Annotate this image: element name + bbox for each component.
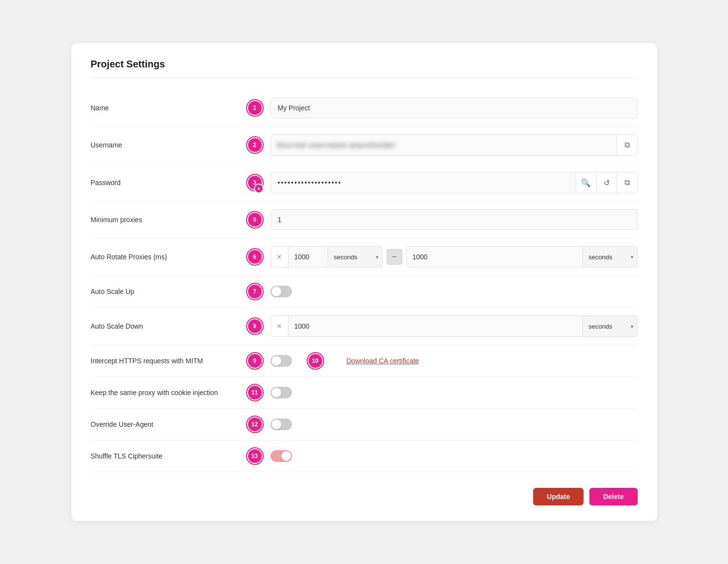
username-input[interactable] (271, 135, 617, 155)
content-shuffle-tls (270, 450, 638, 462)
toggle-intercept[interactable] (270, 355, 292, 367)
update-button[interactable]: Update (533, 488, 583, 505)
content-password: 🔍 ↺ ⧉ (270, 172, 638, 193)
badge-5: 5 (247, 212, 263, 228)
field-row-intercept: Intercept HTTPS requests with MITM 9 10 … (91, 345, 638, 377)
badge-11: 11 (247, 385, 263, 400)
rotate-close-btn-1[interactable]: ✕ (271, 247, 289, 267)
label-username: Username (91, 141, 247, 149)
toggle-wrap-cookie (270, 387, 292, 398)
toggle-knob-auto-scale-up (271, 287, 281, 296)
name-input[interactable] (270, 98, 638, 118)
content-min-proxies (270, 209, 638, 230)
field-row-auto-scale-down: Auto Scale Down 8 ✕ seconds milliseconds… (91, 308, 638, 345)
badge-13: 13 (247, 448, 263, 464)
rotate-value-2[interactable] (407, 247, 582, 267)
scale-down-input[interactable] (289, 316, 582, 336)
rotate-segment-1: ✕ seconds milliseconds minutes ▾ (270, 246, 383, 268)
field-row-name: Name 1 (91, 90, 638, 126)
badge-7: 7 (247, 284, 263, 299)
toggle-wrap-intercept (270, 355, 292, 367)
label-min-proxies: Minimum proxies (91, 216, 247, 224)
rotate-proxy-wrap: ✕ seconds milliseconds minutes ▾ − (270, 246, 638, 268)
password-search-button[interactable]: 🔍 (576, 172, 596, 193)
password-actions: 🔍 ↺ ⧉ (576, 172, 637, 193)
content-auto-scale-down: ✕ seconds milliseconds minutes ▾ (270, 315, 638, 337)
field-row-password: Password 3 4 🔍 ↺ ⧉ (91, 164, 638, 202)
toggle-wrap-shuffle-tls (270, 450, 292, 462)
badge-9: 9 (247, 353, 263, 369)
label-intercept: Intercept HTTPS requests with MITM (91, 357, 247, 365)
rotate-value-1[interactable] (289, 247, 328, 267)
toggle-knob-cookie (271, 388, 281, 397)
label-shuffle-tls: Shuffle TLS Ciphersuite (91, 452, 247, 460)
rotate-unit-wrap-1: seconds milliseconds minutes ▾ (328, 247, 382, 267)
toggle-auto-scale-up[interactable] (270, 286, 292, 297)
badge-1: 1 (247, 100, 263, 116)
content-user-agent (270, 418, 638, 430)
label-auto-rotate: Auto Rotate Proxies (ms) (91, 253, 247, 261)
toggle-knob-intercept (271, 356, 281, 366)
toggle-knob-shuffle-tls (281, 451, 291, 461)
badge-10: 10 (308, 353, 323, 369)
badge-4: 4 (254, 184, 264, 193)
password-field-wrap: 🔍 ↺ ⧉ (270, 172, 638, 193)
rotate-unit-select-2[interactable]: seconds milliseconds minutes (582, 247, 637, 267)
badge-2: 2 (247, 137, 263, 153)
content-auto-scale-up (270, 286, 638, 297)
field-row-username: Username 2 ⧉ (91, 126, 638, 164)
toggle-wrap-user-agent (270, 418, 292, 430)
content-intercept: 10 Download CA certificate (270, 353, 638, 369)
rotate-minus-button[interactable]: − (387, 249, 402, 265)
password-copy-button[interactable]: ⧉ (617, 172, 637, 193)
field-row-min-proxies: Minimum proxies 5 (91, 202, 638, 238)
scale-down-close-btn[interactable]: ✕ (271, 316, 289, 336)
label-auto-scale-up: Auto Scale Up (91, 288, 247, 295)
badge-6: 6 (247, 249, 263, 265)
field-row-auto-rotate: Auto Rotate Proxies (ms) 6 ✕ seconds mil… (91, 238, 638, 276)
content-auto-rotate: ✕ seconds milliseconds minutes ▾ − (270, 246, 638, 268)
delete-button[interactable]: Delete (589, 488, 637, 505)
toggle-cookie-injection[interactable] (270, 387, 292, 398)
label-password: Password (91, 179, 247, 187)
toggle-user-agent[interactable] (270, 418, 292, 430)
min-proxies-input[interactable] (270, 209, 638, 230)
content-cookie-injection (270, 387, 638, 398)
badge-8: 8 (247, 318, 263, 334)
password-refresh-button[interactable]: ↺ (596, 172, 617, 193)
badge-3: 3 4 (247, 175, 263, 190)
page-title: Project Settings (91, 59, 638, 78)
footer-actions: Update Delete (91, 476, 638, 505)
scale-down-unit-select[interactable]: seconds milliseconds minutes (583, 316, 637, 336)
scale-down-unit-wrap: seconds milliseconds minutes ▾ (582, 316, 637, 336)
field-row-auto-scale-up: Auto Scale Up 7 (91, 276, 638, 308)
username-copy-button[interactable]: ⧉ (617, 135, 637, 155)
rotate-unit-wrap-2: seconds milliseconds minutes ▾ (582, 247, 637, 267)
content-username: ⧉ (270, 134, 638, 156)
username-field-wrap: ⧉ (270, 134, 638, 156)
scale-down-wrap: ✕ seconds milliseconds minutes ▾ (270, 315, 638, 337)
label-user-agent: Override User-Agent (91, 420, 247, 428)
settings-card: Project Settings Name 1 Username 2 ⧉ Pas… (71, 43, 657, 521)
label-name: Name (91, 104, 247, 112)
toggle-shuffle-tls[interactable] (270, 450, 292, 462)
content-name (270, 98, 638, 118)
badge-12: 12 (247, 417, 263, 432)
toggle-wrap-auto-scale-up (270, 286, 292, 297)
toggle-knob-user-agent (271, 419, 281, 429)
label-auto-scale-down: Auto Scale Down (91, 322, 247, 330)
rotate-segment-2: seconds milliseconds minutes ▾ (406, 246, 638, 268)
rotate-unit-select-1[interactable]: seconds milliseconds minutes (328, 247, 382, 267)
field-row-shuffle-tls: Shuffle TLS Ciphersuite 13 (91, 440, 638, 472)
password-input[interactable] (271, 172, 576, 193)
download-ca-link[interactable]: Download CA certificate (347, 357, 419, 365)
field-row-cookie-injection: Keep the same proxy with cookie injectio… (91, 377, 638, 409)
label-cookie-injection: Keep the same proxy with cookie injectio… (91, 389, 247, 397)
field-row-user-agent: Override User-Agent 12 (91, 409, 638, 440)
